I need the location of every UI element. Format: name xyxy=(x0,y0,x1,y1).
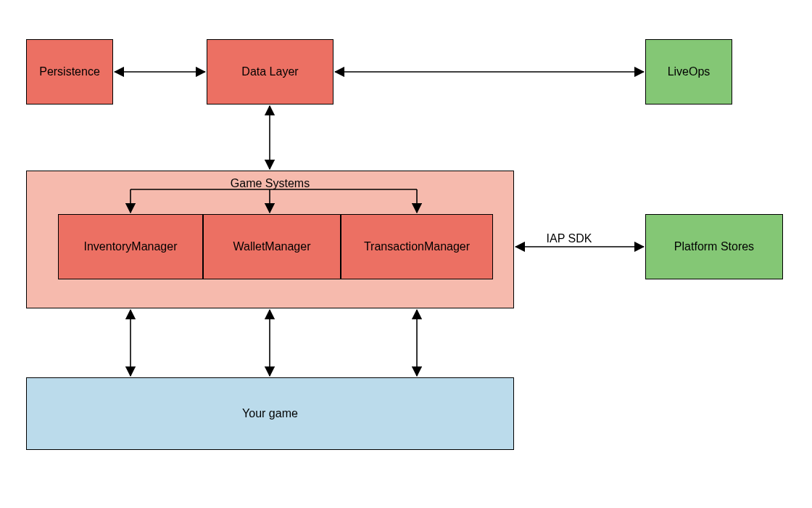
wallet-manager-label: WalletManager xyxy=(233,240,310,253)
platform-stores-node: Platform Stores xyxy=(645,214,783,279)
your-game-node: Your game xyxy=(26,377,514,450)
platform-stores-label: Platform Stores xyxy=(674,240,754,253)
inventory-manager-label: InventoryManager xyxy=(84,240,178,253)
inventory-manager-node: InventoryManager xyxy=(58,214,203,279)
game-systems-title: Game Systems xyxy=(27,171,513,190)
data-layer-node: Data Layer xyxy=(207,39,334,105)
persistence-node: Persistence xyxy=(26,39,113,105)
liveops-label: LiveOps xyxy=(668,65,710,78)
your-game-label: Your game xyxy=(242,407,298,420)
wallet-manager-node: WalletManager xyxy=(203,214,341,279)
persistence-label: Persistence xyxy=(39,65,100,78)
transaction-manager-label: TransactionManager xyxy=(364,240,470,253)
data-layer-label: Data Layer xyxy=(241,65,298,78)
iap-sdk-edge-label: IAP SDK xyxy=(540,232,598,245)
liveops-node: LiveOps xyxy=(645,39,732,105)
transaction-manager-node: TransactionManager xyxy=(341,214,493,279)
